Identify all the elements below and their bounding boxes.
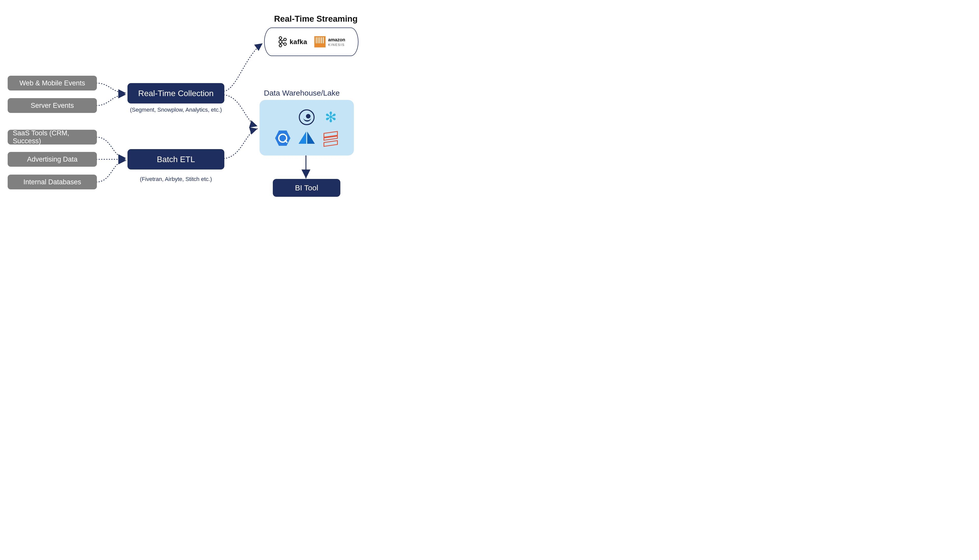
source-internal-databases: Internal Databases xyxy=(8,175,97,189)
svg-line-7 xyxy=(282,40,284,41)
svg-point-2 xyxy=(279,44,282,47)
bi-tool-node: BI Tool xyxy=(273,179,340,197)
node-title: BI Tool xyxy=(295,183,318,192)
databricks-icon xyxy=(322,130,339,146)
source-label: Internal Databases xyxy=(23,178,81,186)
realtime-collection-subtitle: (Segment, Snowplow, Analytics, etc.) xyxy=(127,107,224,113)
bigquery-icon xyxy=(275,130,291,146)
source-label: SaaS Tools (CRM, Success) xyxy=(13,129,92,145)
kafka-label: kafka xyxy=(290,38,307,46)
realtime-collection-node: Real-Time Collection xyxy=(127,83,224,103)
source-saas-tools: SaaS Tools (CRM, Success) xyxy=(8,130,97,145)
svg-point-3 xyxy=(284,38,286,41)
kinesis-logo: amazon KINESIS xyxy=(314,36,345,47)
node-title: Real-Time Collection xyxy=(138,89,213,98)
source-advertising-data: Advertising Data xyxy=(8,152,97,167)
kinesis-label: amazon KINESIS xyxy=(328,37,345,47)
kafka-logo: kafka xyxy=(277,36,307,48)
source-web-mobile-events: Web & Mobile Events xyxy=(8,76,97,90)
node-title: Batch ETL xyxy=(157,155,195,164)
source-label: Web & Mobile Events xyxy=(19,79,85,87)
svg-point-1 xyxy=(279,40,282,43)
streaming-cylinder: kafka amazon KINESIS xyxy=(264,28,359,56)
svg-point-0 xyxy=(279,37,282,39)
warehouse-panel: ✻ xyxy=(260,100,354,155)
kafka-icon xyxy=(277,36,288,48)
source-server-events: Server Events xyxy=(8,98,97,113)
redshift-icon xyxy=(275,109,291,125)
source-label: Advertising Data xyxy=(27,155,77,163)
batch-etl-node: Batch ETL xyxy=(127,149,224,170)
azure-icon xyxy=(299,130,315,146)
snowflake-icon: ✻ xyxy=(322,109,339,125)
streaming-heading: Real-Time Streaming xyxy=(274,14,358,24)
warehouse-heading: Data Warehouse/Lake xyxy=(264,89,340,97)
batch-etl-subtitle: (Fivetran, Airbyte, Stitch etc.) xyxy=(127,176,224,183)
source-label: Server Events xyxy=(31,102,74,110)
postgres-icon xyxy=(299,109,315,125)
svg-line-8 xyxy=(282,43,284,43)
svg-point-4 xyxy=(284,43,286,45)
kinesis-icon xyxy=(314,36,325,47)
